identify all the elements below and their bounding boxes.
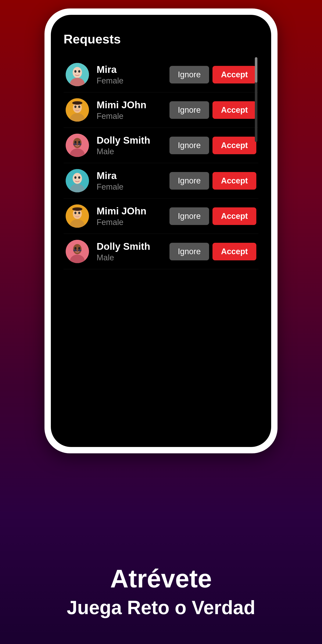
- user-name-4: Mira: [96, 170, 170, 182]
- svg-point-27: [78, 212, 80, 214]
- action-buttons-6: Ignore Accept: [170, 243, 256, 260]
- svg-rect-16: [73, 144, 77, 145]
- avatar-3: [66, 134, 89, 157]
- ignore-button-4[interactable]: Ignore: [170, 172, 209, 190]
- svg-point-30: [73, 244, 82, 254]
- svg-point-14: [74, 141, 76, 144]
- user-name-3: Dolly Smith: [96, 134, 170, 146]
- user-name-6: Dolly Smith: [96, 241, 170, 252]
- scrollbar-track[interactable]: [255, 57, 258, 142]
- headline-subtitle: Juega Reto o Verdad: [67, 597, 255, 618]
- user-info-5: Mimi JOhn Female: [96, 205, 170, 227]
- svg-point-28: [72, 208, 82, 211]
- ignore-button-1[interactable]: Ignore: [170, 66, 209, 84]
- svg-point-32: [74, 247, 76, 250]
- action-buttons-3: Ignore Accept: [170, 137, 256, 154]
- request-list: Mira Female Ignore Accept: [64, 57, 258, 269]
- action-buttons-4: Ignore Accept: [170, 172, 256, 190]
- request-item-3: Dolly Smith Male Ignore Accept: [64, 128, 258, 163]
- scrollbar-thumb: [255, 57, 258, 82]
- accept-button-5[interactable]: Accept: [212, 208, 256, 225]
- avatar-6: [66, 240, 89, 263]
- user-info-3: Dolly Smith Male: [96, 134, 170, 156]
- ignore-button-3[interactable]: Ignore: [170, 137, 209, 154]
- user-name-5: Mimi JOhn: [96, 205, 170, 217]
- accept-button-6[interactable]: Accept: [212, 243, 256, 260]
- user-info-2: Mimi JOhn Female: [96, 99, 170, 121]
- accept-button-3[interactable]: Accept: [212, 137, 256, 154]
- ignore-button-6[interactable]: Ignore: [170, 243, 209, 260]
- user-gender-6: Male: [96, 253, 170, 262]
- avatar-5: [66, 204, 89, 228]
- bottom-text-area: Atrévete Juega Reto o Verdad: [67, 453, 255, 644]
- action-buttons-1: Ignore Accept: [170, 66, 256, 84]
- request-item-1: Mira Female Ignore Accept: [64, 57, 258, 92]
- svg-point-9: [78, 106, 80, 108]
- action-buttons-5: Ignore Accept: [170, 208, 256, 225]
- svg-point-21: [74, 176, 76, 179]
- user-name-2: Mimi JOhn: [96, 99, 170, 111]
- user-gender-1: Female: [96, 76, 170, 85]
- user-info-6: Dolly Smith Male: [96, 241, 170, 262]
- action-buttons-2: Ignore Accept: [170, 101, 256, 119]
- phone-container: Requests: [44, 8, 278, 453]
- svg-point-26: [74, 212, 76, 214]
- ignore-button-5[interactable]: Ignore: [170, 208, 209, 225]
- svg-point-3: [74, 70, 76, 73]
- user-info-4: Mira Female: [96, 170, 170, 192]
- avatar-4: [66, 169, 89, 192]
- svg-rect-35: [78, 250, 81, 251]
- svg-point-1: [73, 67, 82, 78]
- svg-rect-17: [78, 144, 81, 145]
- phone-inner-wrapper: Requests: [51, 15, 271, 447]
- screen-content: Requests: [51, 15, 271, 278]
- request-item-4: Mira Female Ignore Accept: [64, 163, 258, 198]
- user-gender-3: Male: [96, 147, 170, 156]
- avatar-2: [66, 98, 89, 122]
- svg-rect-34: [73, 250, 77, 251]
- svg-point-15: [78, 141, 80, 144]
- avatar-1: [66, 63, 89, 86]
- user-gender-4: Female: [96, 182, 170, 192]
- requests-title: Requests: [64, 32, 258, 46]
- request-item-6: Dolly Smith Male Ignore Accept: [64, 234, 258, 269]
- request-item-2: Mimi JOhn Female Ignore Accept: [64, 92, 258, 128]
- svg-point-33: [78, 247, 80, 250]
- user-gender-2: Female: [96, 112, 170, 121]
- accept-button-4[interactable]: Accept: [212, 172, 256, 190]
- request-item-5: Mimi JOhn Female Ignore Accept: [64, 198, 258, 234]
- svg-point-12: [73, 138, 82, 148]
- headline-title: Atrévete: [110, 564, 212, 592]
- phone-screen: Requests: [51, 15, 271, 447]
- accept-button-1[interactable]: Accept: [212, 66, 256, 84]
- svg-point-22: [78, 176, 80, 179]
- svg-point-10: [72, 101, 82, 105]
- svg-point-19: [73, 173, 82, 184]
- accept-button-2[interactable]: Accept: [212, 101, 256, 119]
- svg-point-4: [78, 70, 80, 73]
- svg-point-8: [74, 106, 76, 108]
- user-info-1: Mira Female: [96, 64, 170, 85]
- user-name-1: Mira: [96, 64, 170, 76]
- ignore-button-2[interactable]: Ignore: [170, 101, 209, 119]
- user-gender-5: Female: [96, 218, 170, 227]
